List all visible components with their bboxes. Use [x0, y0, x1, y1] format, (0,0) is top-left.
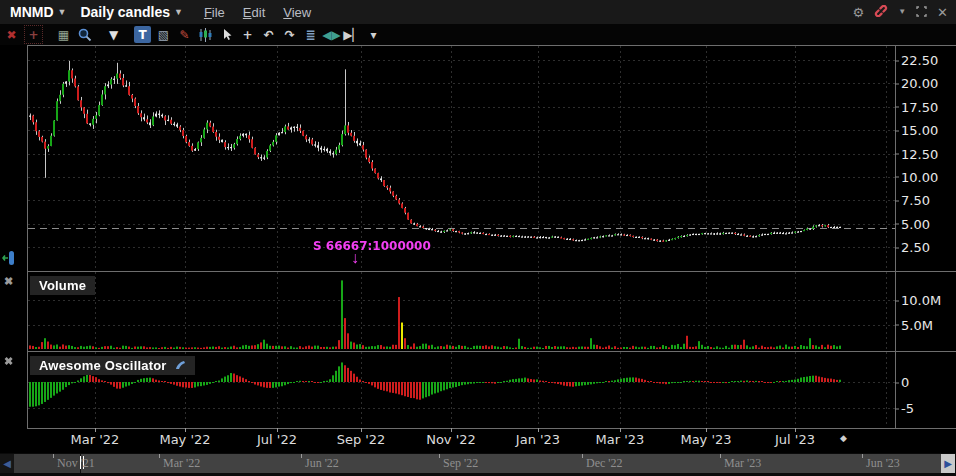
price-axis-label: 17.50 [901, 99, 938, 114]
chevron-down-icon[interactable]: ▼ [898, 8, 906, 16]
split-annotation-label: S 66667:1000000 [313, 239, 431, 253]
price-axis-label: 20.00 [901, 76, 938, 91]
oscillator-axis-label: 0 [901, 375, 909, 390]
pointer-mode-icon[interactable]: ▼ [105, 26, 122, 43]
x-axis-tickmark [277, 428, 278, 432]
x-axis-label: Jan '23 [516, 432, 560, 447]
undo-icon[interactable]: ↶ [260, 26, 277, 43]
settings-gear-icon[interactable]: ⚙ [853, 6, 865, 19]
add-indicator-icon[interactable]: ▦ [55, 26, 72, 43]
timeframe-selector[interactable]: Daily candles [80, 4, 170, 20]
panel-resize-handle-icon[interactable] [2, 250, 18, 266]
chart-image-icon[interactable]: ▧ [155, 26, 172, 43]
axis-end-marker-icon: ◆ [840, 433, 847, 443]
text-tool-icon[interactable]: T [134, 26, 151, 43]
scrollbar-tickmark [720, 454, 721, 458]
time-scrollbar: ◀ ▶ Nov '21Mar '22Jun '22Sep '22Dec '22M… [0, 453, 956, 476]
remove-icon[interactable]: ✖ [3, 26, 20, 43]
volume-axis-label: 5.0M [901, 317, 933, 332]
menu-bar: FileEditView [195, 5, 320, 20]
x-axis-tickmark [451, 428, 452, 432]
price-axis-label: 7.50 [901, 193, 930, 208]
menu-edit[interactable]: Edit [243, 5, 265, 20]
volume-panel-label-text: Volume [39, 278, 86, 293]
panel-border-bottom [27, 428, 956, 429]
price-axis-label: 2.50 [901, 240, 930, 255]
axis-separator[interactable] [895, 45, 896, 428]
scrollbar-left-arrow[interactable]: ◀ [0, 454, 14, 473]
oscillator-axis-label: -5 [901, 401, 914, 416]
scrollbar-tickmark [53, 454, 54, 458]
scrollbar-tickmark [159, 454, 160, 458]
volume-panel-label[interactable]: Volume [30, 276, 95, 295]
drawing-toolbar: ✖+▦▼T▧✎+↶↷≣◀▶▶▏▾ [0, 24, 956, 45]
zoom-icon[interactable] [76, 26, 93, 43]
timeframe-caret-icon[interactable]: ▼ [174, 7, 183, 17]
x-axis-label: May '22 [159, 432, 210, 447]
crosshair-icon[interactable]: + [239, 26, 256, 43]
x-axis-tickmark [361, 428, 362, 432]
scrollbar-date-label: Jun '22 [305, 456, 339, 471]
scrollbar-tickmark [439, 454, 440, 458]
scrollbar-date-label: Mar '22 [163, 456, 200, 471]
oscillator-panel-label-text: Awesome Oscillator [39, 358, 167, 373]
x-axis-label: Mar '22 [71, 432, 120, 447]
price-axis-label: 5.00 [901, 216, 930, 231]
menu-view[interactable]: View [283, 5, 311, 20]
x-axis-label: May '23 [680, 432, 731, 447]
oscillator-panel-label[interactable]: Awesome Oscillator [30, 356, 195, 375]
x-axis-label: Jul '22 [257, 432, 297, 447]
move-chart-icon[interactable]: + [24, 25, 43, 44]
symbol-caret-icon[interactable]: ▼ [58, 7, 67, 17]
toolbar-caret-icon[interactable]: ▾ [365, 26, 382, 43]
scrollbar-right-arrow[interactable]: ▶ [941, 454, 955, 473]
bar-replay-icon[interactable]: ≣ [302, 26, 319, 43]
shift-chart-icon[interactable]: ▶▏ [344, 26, 361, 43]
x-axis-label: Mar '23 [596, 432, 645, 447]
scrollbar-tickmark [582, 454, 583, 458]
menu-file[interactable]: File [204, 5, 225, 20]
scrollbar-date-label: Dec '22 [586, 456, 622, 471]
scrollbar-thumb[interactable] [80, 454, 942, 473]
scrollbar-tickmark [301, 454, 302, 458]
x-axis-label: Nov '22 [426, 432, 476, 447]
redo-icon[interactable]: ↷ [281, 26, 298, 43]
price-chart-canvas[interactable] [28, 46, 895, 270]
split-annotation-arrow-icon: ↓ [351, 249, 359, 267]
cursor-arrow-icon[interactable] [218, 26, 235, 43]
volume-axis-label: 10.0M [901, 293, 941, 308]
draw-pencil-icon[interactable]: ✎ [176, 26, 193, 43]
price-axis-label: 12.50 [901, 146, 938, 161]
scrollbar-date-label: Jun '23 [866, 456, 900, 471]
x-axis-tickmark [538, 428, 539, 432]
volume-chart-canvas[interactable] [28, 272, 895, 351]
close-window-icon[interactable]: ✕ [937, 6, 948, 19]
scrollbar-date-label: Mar '23 [724, 456, 761, 471]
x-axis-label: Jul '23 [775, 432, 815, 447]
chart-window: MNMD ▼ Daily candles ▼ FileEditView ⚙ ▼ … [0, 0, 956, 476]
x-axis-tickmark [95, 428, 96, 432]
expand-bars-icon[interactable]: ◀▶ [323, 26, 340, 43]
x-axis-label: Sep '22 [337, 432, 386, 447]
price-axis-label: 15.00 [901, 123, 938, 138]
scrollbar-date-label: Nov '21 [57, 456, 95, 471]
title-bar: MNMD ▼ Daily candles ▼ FileEditView ⚙ ▼ … [0, 0, 956, 25]
price-axis-label: 22.50 [901, 53, 938, 68]
x-axis-tickmark [620, 428, 621, 432]
volume-close-icon[interactable]: ✖ [4, 275, 13, 288]
indicator-settings-icon[interactable] [175, 358, 186, 373]
candles-style-icon[interactable] [197, 26, 214, 43]
x-axis-tickmark [185, 428, 186, 432]
symbol-selector[interactable]: MNMD [10, 4, 54, 20]
maximize-icon[interactable] [916, 6, 927, 19]
scrollbar-tickmark [862, 454, 863, 458]
window-controls: ⚙ ▼ ✕ [853, 5, 956, 19]
x-axis-tickmark [706, 428, 707, 432]
oscillator-close-icon[interactable]: ✖ [4, 355, 13, 368]
x-axis-tickmark [795, 428, 796, 432]
price-axis-label: 10.00 [901, 169, 938, 184]
link-icon[interactable] [874, 5, 888, 19]
scrollbar-date-label: Sep '22 [443, 456, 478, 471]
